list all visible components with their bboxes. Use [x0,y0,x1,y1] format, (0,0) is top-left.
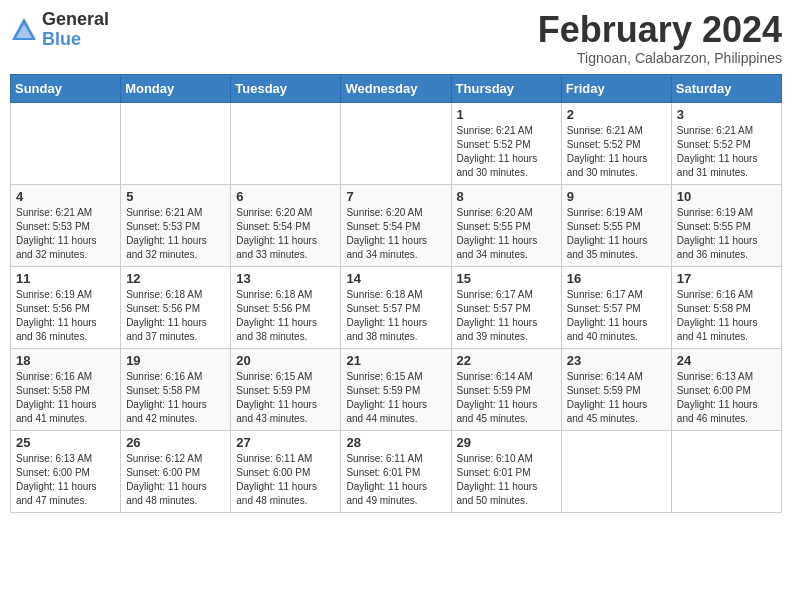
calendar-cell: 29Sunrise: 6:10 AM Sunset: 6:01 PM Dayli… [451,430,561,512]
calendar-week-row: 1Sunrise: 6:21 AM Sunset: 5:52 PM Daylig… [11,102,782,184]
logo-icon [10,16,38,44]
day-number: 18 [16,353,115,368]
day-number: 24 [677,353,776,368]
calendar-cell: 25Sunrise: 6:13 AM Sunset: 6:00 PM Dayli… [11,430,121,512]
day-info: Sunrise: 6:21 AM Sunset: 5:52 PM Dayligh… [567,124,666,180]
day-info: Sunrise: 6:14 AM Sunset: 5:59 PM Dayligh… [567,370,666,426]
day-number: 5 [126,189,225,204]
calendar-cell: 28Sunrise: 6:11 AM Sunset: 6:01 PM Dayli… [341,430,451,512]
day-info: Sunrise: 6:17 AM Sunset: 5:57 PM Dayligh… [567,288,666,344]
day-number: 21 [346,353,445,368]
day-number: 20 [236,353,335,368]
day-number: 4 [16,189,115,204]
day-info: Sunrise: 6:18 AM Sunset: 5:57 PM Dayligh… [346,288,445,344]
day-number: 10 [677,189,776,204]
calendar-cell [121,102,231,184]
day-info: Sunrise: 6:21 AM Sunset: 5:53 PM Dayligh… [126,206,225,262]
day-number: 1 [457,107,556,122]
day-info: Sunrise: 6:16 AM Sunset: 5:58 PM Dayligh… [16,370,115,426]
day-info: Sunrise: 6:21 AM Sunset: 5:53 PM Dayligh… [16,206,115,262]
calendar-cell: 27Sunrise: 6:11 AM Sunset: 6:00 PM Dayli… [231,430,341,512]
day-number: 16 [567,271,666,286]
calendar-cell [561,430,671,512]
day-number: 29 [457,435,556,450]
day-number: 17 [677,271,776,286]
calendar-cell [341,102,451,184]
calendar-cell: 14Sunrise: 6:18 AM Sunset: 5:57 PM Dayli… [341,266,451,348]
calendar-header-row: SundayMondayTuesdayWednesdayThursdayFrid… [11,74,782,102]
calendar-cell [671,430,781,512]
calendar-cell: 20Sunrise: 6:15 AM Sunset: 5:59 PM Dayli… [231,348,341,430]
day-number: 11 [16,271,115,286]
calendar-cell: 8Sunrise: 6:20 AM Sunset: 5:55 PM Daylig… [451,184,561,266]
day-info: Sunrise: 6:11 AM Sunset: 6:01 PM Dayligh… [346,452,445,508]
day-info: Sunrise: 6:12 AM Sunset: 6:00 PM Dayligh… [126,452,225,508]
day-number: 22 [457,353,556,368]
day-number: 13 [236,271,335,286]
day-info: Sunrise: 6:13 AM Sunset: 6:00 PM Dayligh… [677,370,776,426]
day-number: 3 [677,107,776,122]
title-block: February 2024 Tignoan, Calabarzon, Phili… [538,10,782,66]
day-info: Sunrise: 6:10 AM Sunset: 6:01 PM Dayligh… [457,452,556,508]
day-info: Sunrise: 6:19 AM Sunset: 5:55 PM Dayligh… [677,206,776,262]
calendar-day-header: Friday [561,74,671,102]
calendar-week-row: 18Sunrise: 6:16 AM Sunset: 5:58 PM Dayli… [11,348,782,430]
day-info: Sunrise: 6:11 AM Sunset: 6:00 PM Dayligh… [236,452,335,508]
day-info: Sunrise: 6:21 AM Sunset: 5:52 PM Dayligh… [677,124,776,180]
calendar-cell: 7Sunrise: 6:20 AM Sunset: 5:54 PM Daylig… [341,184,451,266]
calendar-cell: 10Sunrise: 6:19 AM Sunset: 5:55 PM Dayli… [671,184,781,266]
day-info: Sunrise: 6:16 AM Sunset: 5:58 PM Dayligh… [677,288,776,344]
logo-blue: Blue [42,30,109,50]
calendar-cell: 3Sunrise: 6:21 AM Sunset: 5:52 PM Daylig… [671,102,781,184]
day-number: 27 [236,435,335,450]
day-number: 8 [457,189,556,204]
day-info: Sunrise: 6:15 AM Sunset: 5:59 PM Dayligh… [236,370,335,426]
day-number: 12 [126,271,225,286]
calendar-cell: 13Sunrise: 6:18 AM Sunset: 5:56 PM Dayli… [231,266,341,348]
calendar-week-row: 11Sunrise: 6:19 AM Sunset: 5:56 PM Dayli… [11,266,782,348]
calendar-cell: 17Sunrise: 6:16 AM Sunset: 5:58 PM Dayli… [671,266,781,348]
calendar-cell: 9Sunrise: 6:19 AM Sunset: 5:55 PM Daylig… [561,184,671,266]
calendar-cell: 12Sunrise: 6:18 AM Sunset: 5:56 PM Dayli… [121,266,231,348]
logo: General Blue [10,10,109,50]
calendar-cell [231,102,341,184]
calendar-day-header: Sunday [11,74,121,102]
day-info: Sunrise: 6:21 AM Sunset: 5:52 PM Dayligh… [457,124,556,180]
calendar-week-row: 4Sunrise: 6:21 AM Sunset: 5:53 PM Daylig… [11,184,782,266]
day-info: Sunrise: 6:15 AM Sunset: 5:59 PM Dayligh… [346,370,445,426]
calendar-cell: 4Sunrise: 6:21 AM Sunset: 5:53 PM Daylig… [11,184,121,266]
day-info: Sunrise: 6:20 AM Sunset: 5:55 PM Dayligh… [457,206,556,262]
day-number: 25 [16,435,115,450]
calendar-cell: 1Sunrise: 6:21 AM Sunset: 5:52 PM Daylig… [451,102,561,184]
calendar-cell: 16Sunrise: 6:17 AM Sunset: 5:57 PM Dayli… [561,266,671,348]
calendar-cell: 26Sunrise: 6:12 AM Sunset: 6:00 PM Dayli… [121,430,231,512]
calendar-day-header: Tuesday [231,74,341,102]
calendar-cell: 11Sunrise: 6:19 AM Sunset: 5:56 PM Dayli… [11,266,121,348]
calendar-cell: 22Sunrise: 6:14 AM Sunset: 5:59 PM Dayli… [451,348,561,430]
day-info: Sunrise: 6:18 AM Sunset: 5:56 PM Dayligh… [236,288,335,344]
page-header: General Blue February 2024 Tignoan, Cala… [10,10,782,66]
day-info: Sunrise: 6:19 AM Sunset: 5:55 PM Dayligh… [567,206,666,262]
calendar-day-header: Wednesday [341,74,451,102]
calendar-cell: 18Sunrise: 6:16 AM Sunset: 5:58 PM Dayli… [11,348,121,430]
location-subtitle: Tignoan, Calabarzon, Philippines [538,50,782,66]
calendar-cell: 6Sunrise: 6:20 AM Sunset: 5:54 PM Daylig… [231,184,341,266]
day-number: 23 [567,353,666,368]
calendar-table: SundayMondayTuesdayWednesdayThursdayFrid… [10,74,782,513]
calendar-cell [11,102,121,184]
day-number: 6 [236,189,335,204]
calendar-cell: 15Sunrise: 6:17 AM Sunset: 5:57 PM Dayli… [451,266,561,348]
day-info: Sunrise: 6:19 AM Sunset: 5:56 PM Dayligh… [16,288,115,344]
day-info: Sunrise: 6:16 AM Sunset: 5:58 PM Dayligh… [126,370,225,426]
day-number: 2 [567,107,666,122]
calendar-week-row: 25Sunrise: 6:13 AM Sunset: 6:00 PM Dayli… [11,430,782,512]
day-info: Sunrise: 6:20 AM Sunset: 5:54 PM Dayligh… [236,206,335,262]
day-info: Sunrise: 6:14 AM Sunset: 5:59 PM Dayligh… [457,370,556,426]
day-number: 7 [346,189,445,204]
day-number: 14 [346,271,445,286]
day-info: Sunrise: 6:20 AM Sunset: 5:54 PM Dayligh… [346,206,445,262]
calendar-cell: 24Sunrise: 6:13 AM Sunset: 6:00 PM Dayli… [671,348,781,430]
day-number: 19 [126,353,225,368]
logo-general: General [42,10,109,30]
calendar-day-header: Thursday [451,74,561,102]
